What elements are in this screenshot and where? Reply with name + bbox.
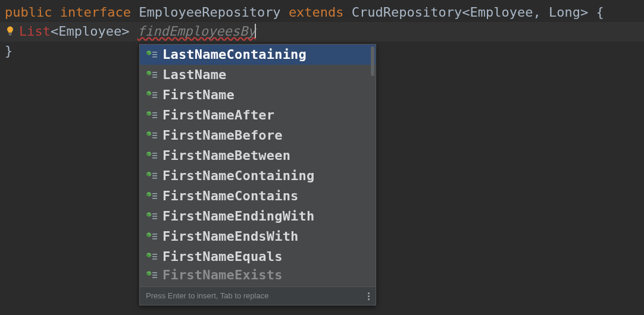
svg-rect-5 — [152, 72, 157, 73]
code-completion-popup[interactable]: LastNameContainingLastNameFirstNameFirst… — [139, 44, 376, 305]
completion-item[interactable]: FirstNameContains — [140, 186, 376, 206]
property-icon — [146, 171, 159, 181]
completion-item[interactable]: FirstNameBetween — [140, 146, 376, 166]
comma: , — [533, 5, 549, 20]
code-editor[interactable]: public interface EmployeeRepository exte… — [0, 0, 644, 315]
svg-rect-15 — [152, 135, 157, 136]
completion-item-label: FirstNameEquals — [162, 247, 283, 266]
completion-item-label: LastNameContaining — [162, 45, 307, 64]
super-type: CrudRepository — [352, 5, 462, 20]
completion-item[interactable]: FirstNameEndsWith — [140, 226, 376, 247]
svg-rect-36 — [152, 275, 157, 276]
code-line-1[interactable]: public interface EmployeeRepository exte… — [0, 3, 644, 22]
svg-rect-1 — [9, 34, 11, 35]
svg-rect-0 — [9, 33, 12, 34]
svg-rect-21 — [152, 175, 157, 177]
svg-rect-10 — [152, 97, 157, 98]
svg-rect-17 — [152, 153, 157, 154]
interface-name: EmployeeRepository — [139, 5, 280, 20]
property-icon — [146, 191, 159, 201]
code-line-2-current[interactable]: List<Employee> findEmployeesBy — [0, 22, 644, 42]
completion-item-label: LastName — [162, 65, 227, 84]
scrollbar-thumb[interactable] — [371, 46, 374, 76]
svg-rect-12 — [152, 115, 157, 116]
svg-rect-25 — [152, 198, 157, 199]
method-name-typing: findEmployeesBy — [137, 24, 256, 39]
completion-item-label: FirstNameEndingWith — [162, 207, 314, 226]
type-arg-long: Long — [549, 5, 580, 20]
completion-item-label: FirstNameContaining — [162, 166, 314, 185]
svg-rect-14 — [152, 133, 157, 134]
completion-list[interactable]: LastNameContainingLastNameFirstNameFirst… — [140, 45, 376, 286]
svg-rect-28 — [152, 218, 157, 219]
property-icon — [146, 90, 159, 100]
svg-rect-18 — [152, 155, 157, 156]
property-icon — [146, 70, 159, 80]
property-icon — [146, 270, 159, 280]
completion-item-label: FirstNameBetween — [162, 146, 290, 165]
completion-item-label: FirstNameAfter — [162, 106, 274, 125]
svg-rect-24 — [152, 196, 157, 197]
completion-item-label: FirstNameEndsWith — [162, 227, 299, 246]
svg-rect-26 — [152, 213, 157, 215]
completion-item[interactable]: FirstNameEquals — [140, 247, 376, 267]
property-icon — [146, 50, 159, 59]
svg-rect-16 — [152, 137, 157, 138]
brace-close: } — [5, 43, 12, 58]
type-list-error: List — [19, 24, 51, 39]
completion-item[interactable]: FirstNameExists — [140, 267, 376, 284]
svg-rect-7 — [152, 77, 157, 78]
completion-footer: Press Enter to insert, Tab to replace — [140, 286, 376, 305]
completion-item[interactable]: LastNameContaining — [140, 45, 376, 65]
completion-item-label: FirstNameExists — [162, 267, 283, 284]
completion-item[interactable]: LastName — [140, 65, 376, 85]
svg-rect-35 — [152, 272, 157, 273]
space — [129, 24, 137, 39]
type-arg-employee-2: Employee — [58, 24, 121, 39]
completion-item[interactable]: FirstNameBefore — [140, 125, 376, 146]
property-icon — [146, 252, 159, 262]
completion-item[interactable]: FirstNameEndingWith — [140, 206, 376, 226]
svg-rect-37 — [152, 277, 157, 278]
svg-rect-2 — [152, 52, 157, 53]
property-icon — [146, 131, 159, 140]
svg-rect-34 — [152, 259, 157, 260]
completion-item[interactable]: FirstName — [140, 85, 376, 105]
svg-rect-6 — [152, 74, 157, 75]
svg-rect-23 — [152, 193, 157, 194]
angle-open-2: < — [51, 24, 58, 39]
completion-item[interactable]: FirstNameContaining — [140, 166, 376, 186]
keyword-extends: extends — [289, 5, 344, 20]
svg-rect-20 — [152, 173, 157, 174]
completion-item-label: FirstName — [162, 86, 235, 105]
keyword-public: public — [5, 5, 52, 20]
svg-rect-32 — [152, 254, 157, 255]
completion-hint-text: Press Enter to insert, Tab to replace — [146, 286, 268, 305]
completion-item-label: FirstNameContains — [162, 187, 299, 206]
text-caret — [255, 24, 256, 38]
intention-bulb-icon[interactable] — [5, 23, 15, 42]
completion-item[interactable]: FirstNameAfter — [140, 105, 376, 125]
svg-rect-22 — [152, 178, 157, 179]
svg-rect-8 — [152, 92, 157, 93]
property-icon — [146, 111, 159, 120]
svg-rect-9 — [152, 94, 157, 96]
angle-close-2: > — [121, 24, 129, 39]
svg-rect-4 — [152, 56, 157, 58]
completion-item-label: FirstNameBefore — [162, 126, 283, 145]
svg-rect-13 — [152, 117, 157, 118]
brace-open: { — [588, 5, 604, 20]
angle-open: < — [462, 5, 470, 20]
svg-rect-27 — [152, 216, 157, 217]
angle-close: > — [580, 5, 588, 20]
svg-rect-31 — [152, 238, 157, 240]
property-icon — [146, 151, 159, 160]
svg-rect-30 — [152, 236, 157, 237]
keyword-interface: interface — [60, 5, 131, 20]
svg-rect-3 — [152, 54, 157, 55]
property-icon — [146, 232, 159, 241]
property-icon — [146, 212, 159, 221]
svg-rect-33 — [152, 256, 157, 257]
svg-rect-29 — [152, 234, 157, 235]
more-options-icon[interactable] — [368, 292, 370, 300]
